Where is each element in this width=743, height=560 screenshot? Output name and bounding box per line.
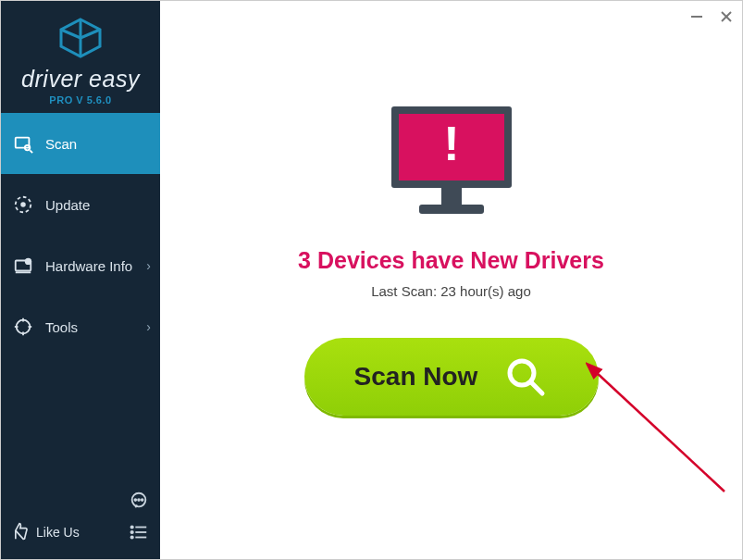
svg-point-21 [130,531,132,533]
svg-point-5 [20,202,26,207]
sidebar-item-scan[interactable]: Scan [1,113,160,174]
like-us-button[interactable]: Like Us [10,522,80,543]
window-controls [687,6,737,27]
last-scan-text: Last Scan: 23 hour(s) ago [371,283,531,299]
svg-rect-32 [419,205,484,214]
feedback-icon[interactable] [127,489,151,513]
svg-line-3 [30,150,32,153]
chevron-right-icon: › [146,258,151,273]
svg-rect-1 [16,138,30,148]
sidebar-nav: Scan Update [1,113,160,478]
main-panel: ! 3 Devices have New Drivers Last Scan: … [160,1,742,559]
brand-logo-icon [57,18,104,62]
menu-list-icon[interactable] [127,520,151,544]
thumbs-up-icon [10,522,29,543]
close-button[interactable] [716,6,737,27]
sidebar-item-label: Hardware Info [45,258,132,274]
svg-point-23 [130,536,132,538]
svg-line-35 [595,371,724,492]
monitor-alert-icon: ! [382,101,521,225]
sidebar-item-tools[interactable]: Tools › [1,296,160,357]
svg-text:!: ! [443,117,459,170]
brand-name: driver easy [10,66,151,93]
update-icon [12,193,34,216]
annotation-arrow [586,362,734,510]
svg-point-18 [142,499,143,501]
sidebar-item-hardware-info[interactable]: i Hardware Info › [1,235,160,296]
svg-point-17 [138,499,140,501]
app-root: driver easy PRO V 5.6.0 Scan [1,1,742,559]
svg-rect-31 [441,188,462,205]
chevron-right-icon: › [146,319,151,334]
minimize-button[interactable] [687,6,707,27]
svg-point-19 [130,526,132,528]
sidebar-item-label: Update [45,197,90,213]
tools-icon [12,316,34,338]
scan-icon [12,132,34,155]
svg-point-16 [134,499,136,501]
svg-point-10 [17,320,31,334]
sidebar-item-label: Tools [45,319,78,335]
like-us-label: Like Us [36,525,80,540]
magnifier-icon [503,355,548,399]
svg-line-34 [531,382,542,393]
scan-now-button[interactable]: Scan Now [304,338,599,416]
sidebar: driver easy PRO V 5.6.0 Scan [1,1,160,559]
sidebar-item-label: Scan [45,136,77,152]
scan-now-label: Scan Now [354,362,478,392]
sidebar-bottom: Like Us [1,478,160,559]
headline-text: 3 Devices have New Drivers [298,247,604,274]
brand-block: driver easy PRO V 5.6.0 [1,1,160,113]
hardware-icon: i [12,255,34,277]
sidebar-item-update[interactable]: Update [1,174,160,235]
brand-version: PRO V 5.6.0 [10,94,151,106]
